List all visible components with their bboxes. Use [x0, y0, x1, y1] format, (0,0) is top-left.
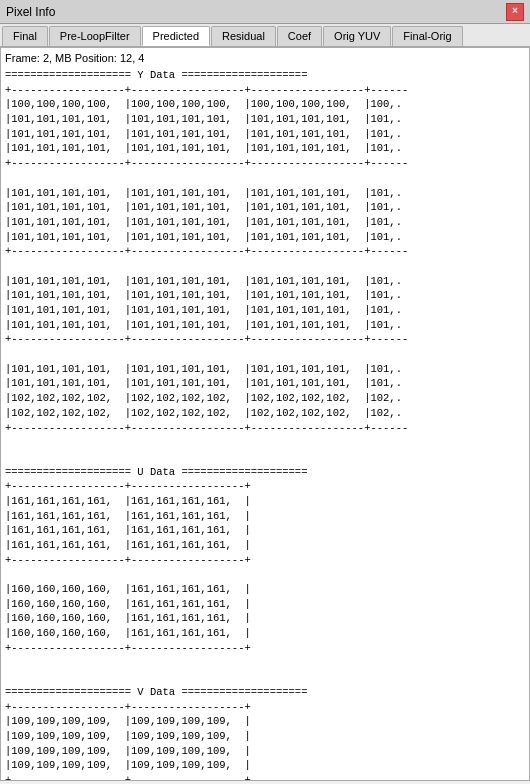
content-area[interactable]: Frame: 2, MB Position: 12, 4 ===========… — [0, 47, 530, 781]
close-button[interactable]: × — [506, 3, 524, 21]
frame-info: Frame: 2, MB Position: 12, 4 — [5, 52, 525, 64]
tab-residual[interactable]: Residual — [211, 26, 276, 46]
tab-final-orig[interactable]: Final-Orig — [392, 26, 462, 46]
tab-pre-loopfilter[interactable]: Pre-LoopFilter — [49, 26, 141, 46]
pixel-data: ==================== Y Data ============… — [5, 68, 525, 781]
tab-bar: Final Pre-LoopFilter Predicted Residual … — [0, 24, 530, 47]
title-bar: Pixel Info × — [0, 0, 530, 24]
tab-predicted[interactable]: Predicted — [142, 26, 210, 46]
window-title: Pixel Info — [6, 5, 55, 19]
tab-final[interactable]: Final — [2, 26, 48, 46]
tab-orig-yuv[interactable]: Orig YUV — [323, 26, 391, 46]
tab-coef[interactable]: Coef — [277, 26, 322, 46]
